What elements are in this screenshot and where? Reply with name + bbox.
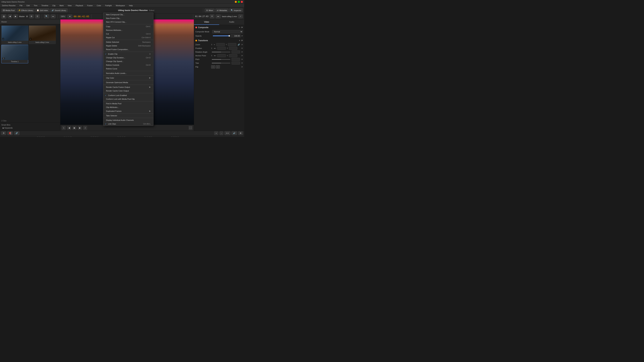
- menu-trim[interactable]: Trim: [33, 4, 38, 7]
- prev-frame-btn[interactable]: ◀: [67, 126, 71, 130]
- inspector-button[interactable]: 🔍 Inspector: [229, 8, 243, 12]
- ctx-new-fusion-clip[interactable]: New Fusion Clip...: [103, 16, 153, 20]
- ctx-display-individual-audio[interactable]: Display Individual Audio Channels: [103, 118, 153, 122]
- ctx-delete-selected[interactable]: Delete Selected Backspace: [103, 40, 153, 44]
- media-clip-2[interactable]: ♪ basis-uitleg-2.mov: [29, 25, 56, 44]
- nav-back-btn[interactable]: ◀: [8, 14, 12, 18]
- ctx-render-cache-fusion[interactable]: Render Cache Fusion Output ▶: [103, 85, 153, 89]
- ctx-enable-clip[interactable]: ✓ Enable Clip D: [103, 52, 153, 56]
- tab-video[interactable]: Video: [194, 19, 219, 25]
- fullscreen-btn[interactable]: ⛶: [188, 126, 192, 130]
- edit-index-button[interactable]: 📋 Edit Index: [35, 8, 50, 12]
- ctx-clip-color[interactable]: Clip Color ▶: [103, 76, 153, 80]
- pos-reset-btn[interactable]: ⟳: [241, 47, 243, 49]
- menu-help[interactable]: Help: [128, 4, 134, 7]
- sync-btn[interactable]: ⟳: [210, 14, 214, 18]
- ctx-ripple-delete[interactable]: Ripple Delete Shift+Backspace: [103, 44, 153, 48]
- ctx-new-vfx-clip[interactable]: New VFX Connect Clip...: [103, 20, 153, 24]
- anchor-y-input[interactable]: 0.000: [229, 54, 237, 57]
- list-view-btn[interactable]: ☰: [35, 14, 40, 18]
- ctx-duplicated-frames[interactable]: Duplicated Frames ▶: [103, 109, 153, 113]
- tl-zoom-in-btn[interactable]: +: [214, 131, 218, 135]
- ctx-cut[interactable]: Cut Ctrl+X: [103, 32, 153, 36]
- ctx-reset-fusion[interactable]: Reset Fusion Composition...: [103, 48, 153, 51]
- ctx-retime-controls[interactable]: Retime Controls Ctrl+R: [103, 63, 153, 67]
- minimize-button[interactable]: [235, 1, 237, 3]
- composite-reset-btn[interactable]: ⟳: [241, 26, 243, 29]
- close-button[interactable]: [241, 1, 243, 3]
- pitch-reset-btn[interactable]: ⟳: [241, 58, 243, 60]
- flip-reset-btn[interactable]: ⟳: [241, 66, 243, 68]
- position-x-input[interactable]: 0.000: [217, 47, 226, 50]
- position-y-input[interactable]: 0.000: [229, 47, 237, 50]
- menu-workspace[interactable]: Workspace: [115, 4, 126, 7]
- menu-edit[interactable]: Edit: [26, 4, 30, 7]
- mark-in-btn[interactable]: ⤹: [62, 126, 66, 130]
- tab-audio[interactable]: Audio: [219, 19, 244, 25]
- zoom-x-input[interactable]: 1.000: [216, 43, 225, 46]
- ctx-render-cache-color[interactable]: Render Cache Color Output: [103, 89, 153, 93]
- tl-link-btn[interactable]: 🔗: [14, 131, 20, 135]
- zoom-link-icon[interactable]: 🔗: [238, 43, 240, 46]
- yaw-reset-btn[interactable]: ⟳: [241, 62, 243, 64]
- composite-mode-select[interactable]: Normal: [212, 30, 243, 33]
- ctx-clip-attributes[interactable]: Clip Attributes...: [103, 105, 153, 109]
- media-pool-button[interactable]: 🎞 Media Pool: [1, 8, 16, 12]
- zoom-y-input[interactable]: 1.000: [228, 43, 236, 46]
- menu-view[interactable]: View: [67, 4, 72, 7]
- expand-btn[interactable]: ⤢: [238, 14, 243, 18]
- menu-file[interactable]: File: [19, 4, 23, 7]
- rotation-reset-btn[interactable]: ⟳: [241, 51, 243, 53]
- more-btn[interactable]: •••: [51, 14, 56, 18]
- menu-timeline[interactable]: Timeline: [41, 4, 49, 7]
- effects-library-button[interactable]: ✨ Effects Library: [17, 8, 34, 12]
- ctx-take-selector[interactable]: Take Selector: [103, 114, 153, 117]
- media-clip-1[interactable]: ♪ basis-uitleg-1.mov: [1, 25, 28, 44]
- search-btn[interactable]: 🔍: [44, 14, 49, 18]
- ctx-change-clip-speed[interactable]: Change Clip Speed...: [103, 59, 153, 63]
- sound-library-button[interactable]: 🔊 Sound Library: [50, 8, 68, 12]
- flip-v-btn[interactable]: ↕: [216, 65, 220, 68]
- ctx-conform-lock-media-pool[interactable]: Conform Lock with Media Pool Clip: [103, 97, 153, 101]
- ctx-conform-lock-enabled[interactable]: ✓ Conform Lock Enabled: [103, 93, 153, 97]
- ctx-change-clip-duration[interactable]: Change Clip Duration... Ctrl+D: [103, 56, 153, 59]
- transform-reset-btn[interactable]: ⟳: [241, 39, 243, 42]
- ctx-link-clips[interactable]: ✓ Link Clips Ctrl+Alt+L: [103, 122, 153, 126]
- ctx-normalize-audio[interactable]: Normalize Audio Levels...: [103, 71, 153, 75]
- flip-h-btn[interactable]: ↔: [211, 65, 215, 68]
- metadata-button[interactable]: 🏷 Metadata: [215, 8, 228, 12]
- opacity-reset-btn[interactable]: ⟳: [241, 35, 243, 37]
- pitch-input[interactable]: 0.000: [232, 58, 240, 61]
- menu-mark[interactable]: Mark: [59, 4, 64, 7]
- tl-snap-btn[interactable]: 🧲: [8, 131, 13, 135]
- maximize-button[interactable]: [238, 1, 240, 3]
- ctx-remove-attributes[interactable]: Remove Attributes...: [103, 28, 153, 32]
- anchor-reset-btn[interactable]: ⟳: [241, 55, 243, 57]
- window-controls[interactable]: [235, 1, 243, 3]
- master-dot[interactable]: [26, 15, 28, 17]
- tl-fit-btn[interactable]: ⟷: [224, 131, 230, 135]
- opacity-value[interactable]: 100.00: [230, 34, 241, 37]
- menu-fusion[interactable]: Fusion: [86, 4, 94, 7]
- mark-out-btn[interactable]: ⤸: [83, 126, 87, 130]
- more-right-btn[interactable]: •••: [216, 14, 221, 18]
- menu-davinci-resolve[interactable]: DaVinci Resolve: [1, 4, 16, 7]
- transform-add-btn[interactable]: +: [239, 39, 240, 42]
- zoom-reset-btn[interactable]: ⟳: [241, 43, 243, 46]
- composite-add-btn[interactable]: +: [239, 26, 240, 29]
- play-btn[interactable]: ▶: [72, 126, 76, 130]
- layout-btn[interactable]: ⊞: [1, 14, 6, 18]
- menu-fairlight[interactable]: Fairlight: [104, 4, 112, 7]
- ctx-copy[interactable]: Copy Ctrl+C: [103, 25, 153, 28]
- ctx-retime-curve[interactable]: Retime Curve: [103, 67, 153, 70]
- zoom-level[interactable]: 36%: [60, 15, 66, 18]
- menu-playback[interactable]: Playback: [75, 4, 84, 7]
- tl-zoom-out-btn[interactable]: -: [220, 131, 223, 135]
- media-clip-timeline[interactable]: ⬛ Timeline 1: [1, 45, 28, 63]
- anchor-x-input[interactable]: 0.000: [217, 54, 226, 57]
- ctx-generate-optimized-media[interactable]: Generate Optimized Media: [103, 81, 153, 84]
- smart-bin-keywords[interactable]: ▶ Keywords: [1, 126, 59, 129]
- mixer-button[interactable]: 🎚 Mixer: [204, 8, 215, 12]
- ctx-new-compound-clip[interactable]: New Compound Clip...: [103, 13, 153, 16]
- grid-view-btn[interactable]: ⊞: [29, 14, 34, 18]
